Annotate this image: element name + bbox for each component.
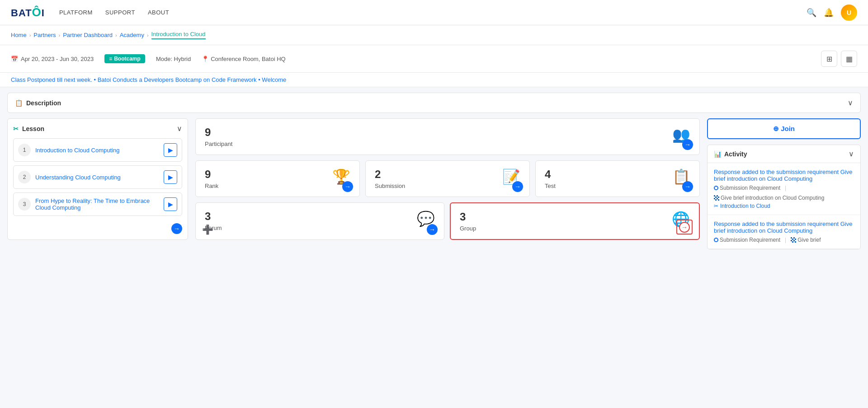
activity-item-2: Response added to the submission require… [708, 215, 860, 249]
lesson-play-2[interactable]: ▶ [164, 170, 177, 184]
activity-meta-2: Submission Requirement | Give brief [714, 237, 854, 243]
group-label: Group [460, 225, 690, 232]
location: 📍 Conference Room, Batoi HQ [202, 56, 285, 62]
activity-link-2[interactable]: Response added to the submission require… [714, 220, 854, 234]
participant-arrow[interactable]: → [682, 139, 693, 150]
activity-detail-1: Give brief introduction on Cloud Computi… [721, 195, 824, 201]
lesson-item-3: 3 From Hype to Reality: The Time to Embr… [13, 192, 182, 216]
avatar[interactable]: U [841, 5, 857, 21]
grid-icon-1 [714, 195, 719, 201]
lesson-box: ✂ Lesson ∨ 1 Introduction to Cloud Compu… [7, 118, 188, 240]
nav-links: PLATFORM SUPPORT ABOUT [59, 9, 807, 16]
participant-card: 9 Participant 👥 → [195, 118, 700, 155]
breadcrumb-home[interactable]: Home [11, 32, 27, 38]
nav-support[interactable]: SUPPORT [105, 9, 135, 16]
lesson-title-3[interactable]: From Hype to Reality: The Time to Embrac… [35, 197, 159, 211]
activity-header: 📊 Activity ∨ [708, 145, 860, 163]
view-toggle-2[interactable]: ▦ [841, 51, 857, 67]
nav-platform[interactable]: PLATFORM [59, 9, 93, 16]
activity-title: Activity [724, 150, 747, 158]
description-icon: 📋 [15, 99, 23, 107]
description-chevron: ∨ [848, 98, 853, 107]
location-icon: 📍 [202, 56, 209, 62]
submission-card: 2 Submission 📝 → [365, 160, 530, 197]
forum-num: 3 [205, 210, 435, 223]
calendar-icon: 📅 [11, 56, 18, 62]
join-button[interactable]: ⊕ Join [707, 118, 861, 139]
description-label: Description [26, 99, 61, 107]
date-range-text: Apr 20, 2023 - Jun 30, 2023 [21, 56, 94, 62]
lesson-icon: ✂ [13, 125, 19, 132]
lesson-num-3: 3 [18, 198, 31, 211]
lesson-see-more[interactable]: → [13, 220, 182, 234]
activity-course-1: ✂ Introduction to Cloud [714, 203, 854, 209]
search-icon[interactable]: 🔍 [807, 8, 816, 18]
activity-detail-2: Give brief [797, 237, 821, 243]
rank-label: Rank [205, 183, 350, 189]
submission-arrow[interactable]: → [512, 181, 523, 192]
forum-arrow[interactable]: → [427, 224, 438, 235]
rank-card: 9 Rank 🏆 → [195, 160, 360, 197]
test-arrow[interactable]: → [682, 181, 693, 192]
group-arrow[interactable]: → [676, 220, 693, 234]
header-icons: ⊞ ▦ [821, 51, 857, 67]
submission-num: 2 [375, 168, 520, 181]
lesson-title-1[interactable]: Introduction to Cloud Computing [35, 147, 159, 154]
lesson-title-2[interactable]: Understanding Cloud Computing [35, 174, 159, 181]
activity-meta-1: Submission Requirement | Give brief intr… [714, 185, 854, 201]
forum-card: 3 Forum 💬 ➕ → [195, 202, 444, 240]
main-content: ✂ Lesson ∨ 1 Introduction to Cloud Compu… [0, 113, 868, 255]
lesson-item-1: 1 Introduction to Cloud Computing ▶ [13, 138, 182, 162]
breadcrumb: Home › Partners › Partner Dashboard › Ac… [0, 25, 868, 45]
lesson-num-1: 1 [18, 144, 31, 156]
breadcrumb-partner-dashboard[interactable]: Partner Dashboard [63, 32, 113, 38]
badge-icon: ≡ [109, 56, 112, 62]
activity-item-1: Response added to the submission require… [708, 163, 860, 215]
activity-link-1[interactable]: Response added to the submission require… [714, 169, 854, 182]
date-range: 📅 Apr 20, 2023 - Jun 30, 2023 [11, 56, 94, 62]
activity-icon: 📊 [714, 150, 722, 158]
stat-row-1: 9 Rank 🏆 → 2 Submission 📝 → 4 Test 📋 → [195, 160, 700, 197]
lesson-play-3[interactable]: ▶ [164, 197, 177, 211]
forum-add[interactable]: ➕ [202, 224, 213, 235]
lesson-header: ✂ Lesson ∨ [13, 124, 182, 133]
course-header: 📅 Apr 20, 2023 - Jun 30, 2023 ≡ Bootcamp… [0, 45, 868, 73]
breadcrumb-course[interactable]: Introduction to Cloud [151, 31, 206, 39]
top-navigation: BATÔI PLATFORM SUPPORT ABOUT 🔍 🔔 U [0, 0, 868, 25]
right-panel: ⊕ Join 📊 Activity ∨ Response added to th… [707, 118, 861, 249]
group-num: 3 [460, 211, 690, 223]
see-more-arrow[interactable]: → [171, 223, 182, 234]
test-card: 4 Test 📋 → [535, 160, 700, 197]
notification-icon[interactable]: 🔔 [824, 8, 834, 18]
nav-about[interactable]: ABOUT [148, 9, 169, 16]
view-toggle-1[interactable]: ⊞ [821, 51, 837, 67]
activity-box: 📊 Activity ∨ Response added to the submi… [707, 145, 861, 249]
lesson-chevron: ∨ [177, 124, 182, 133]
breadcrumb-academy[interactable]: Academy [120, 32, 144, 38]
participant-num: 9 [205, 126, 690, 139]
grid-icon-2 [791, 237, 796, 243]
group-card: 3 Group 🌐 → [450, 202, 700, 240]
lesson-play-1[interactable]: ▶ [164, 143, 177, 157]
description-header[interactable]: 📋 Description ∨ [8, 93, 860, 113]
announcement-bar: Class Postponed till next week. • Batoi … [0, 73, 868, 87]
center-panel: 9 Participant 👥 → 9 Rank 🏆 → 2 Submissio… [195, 118, 700, 249]
lesson-panel: ✂ Lesson ∨ 1 Introduction to Cloud Compu… [7, 118, 188, 249]
mode-text: Mode: Hybrid [156, 56, 191, 62]
lesson-title: Lesson [22, 125, 44, 132]
activity-type-2: Submission Requirement [720, 237, 780, 243]
participant-label: Participant [205, 141, 690, 147]
lesson-item-2: 2 Understanding Cloud Computing ▶ [13, 165, 182, 189]
submission-label: Submission [375, 183, 520, 189]
course-icon-1: ✂ [714, 203, 718, 209]
activity-chevron: ∨ [849, 150, 854, 158]
breadcrumb-partners[interactable]: Partners [33, 32, 56, 38]
test-label: Test [545, 183, 690, 189]
logo[interactable]: BATÔI [11, 5, 45, 19]
stat-row-2: 3 Forum 💬 ➕ → 3 Group 🌐 → [195, 202, 700, 240]
bootcamp-badge: ≡ Bootcamp [104, 54, 145, 63]
radio-dot-1 [714, 186, 718, 190]
rank-arrow[interactable]: → [342, 181, 353, 192]
description-section: 📋 Description ∨ [7, 93, 861, 113]
radio-dot-2 [714, 238, 718, 242]
